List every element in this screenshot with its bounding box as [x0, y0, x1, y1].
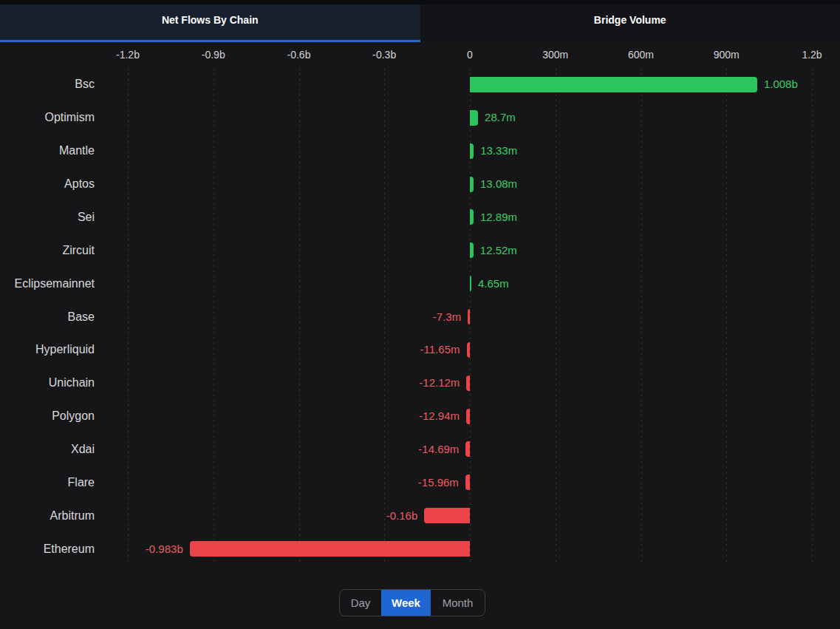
net-flows-bar-chart: -1.2b-0.9b-0.6b-0.3b0300m600m900m1.2bBsc…: [0, 0, 840, 629]
category-label: Xdai: [0, 441, 95, 458]
bar-optimism[interactable]: [470, 110, 478, 126]
bar-ethereum[interactable]: [190, 541, 470, 557]
bar-xdai[interactable]: [465, 441, 470, 457]
gridline: [641, 68, 642, 565]
bar-bsc[interactable]: [470, 77, 757, 92]
category-label: Ethereum: [0, 541, 95, 557]
toggle-day-button[interactable]: Day: [340, 590, 381, 616]
toggle-month-button[interactable]: Month: [431, 590, 485, 616]
bar-aptos[interactable]: [470, 177, 474, 192]
x-axis-tick-label: -0.9b: [180, 49, 247, 61]
bar-flare[interactable]: [465, 475, 470, 490]
value-label: 1.008b: [764, 76, 798, 92]
category-label: Polygon: [0, 408, 95, 424]
value-label: 12.89m: [480, 209, 517, 225]
bar-sei[interactable]: [470, 209, 474, 225]
net-flows-dashboard: Net Flows By Chain Bridge Volume -1.2b-0…: [0, 0, 840, 629]
category-label: Aptos: [0, 176, 95, 192]
category-label: Arbitrum: [0, 508, 95, 524]
category-label: Unichain: [0, 375, 95, 391]
gridline: [470, 68, 471, 565]
category-label: Flare: [0, 475, 95, 491]
category-label: Mantle: [0, 143, 95, 159]
toggle-week-button[interactable]: Week: [381, 590, 431, 616]
value-label: 13.33m: [480, 143, 517, 159]
x-axis-tick-label: 1.2b: [779, 49, 840, 61]
category-label: Hyperliquid: [0, 341, 95, 358]
category-label: Bsc: [0, 76, 95, 92]
value-label: -7.3m: [433, 309, 461, 325]
bar-eclipsemainnet[interactable]: [470, 276, 471, 291]
category-label: Zircuit: [0, 242, 95, 259]
value-label: -11.65m: [420, 341, 460, 358]
x-axis-tick-label: 0: [437, 49, 503, 61]
gridline: [214, 68, 214, 565]
value-label: 28.7m: [485, 109, 516, 126]
value-label: -14.69m: [418, 441, 459, 458]
x-axis-tick-label: -0.3b: [351, 49, 417, 61]
value-label: 13.08m: [480, 176, 517, 192]
gridline: [812, 68, 813, 565]
value-label: 4.65m: [478, 276, 509, 292]
time-range-toggle: Day Week Month: [339, 589, 485, 616]
bar-base[interactable]: [468, 309, 470, 324]
bar-zircuit[interactable]: [470, 242, 474, 258]
x-axis-tick-label: 900m: [693, 49, 759, 61]
gridline: [128, 68, 129, 565]
category-label: Sei: [0, 209, 95, 225]
gridline: [726, 68, 727, 565]
bar-arbitrum[interactable]: [424, 508, 470, 523]
value-label: -0.16b: [386, 508, 418, 524]
category-label: Base: [0, 309, 95, 325]
bar-hyperliquid[interactable]: [467, 342, 470, 358]
value-label: -15.96m: [418, 475, 459, 491]
value-label: -12.12m: [419, 375, 460, 391]
value-label: 12.52m: [480, 242, 517, 259]
x-axis-tick-label: 600m: [608, 49, 675, 61]
value-label: -0.983b: [146, 541, 183, 557]
bar-mantle[interactable]: [470, 143, 474, 159]
x-axis-tick-label: -1.2b: [95, 49, 161, 61]
gridline: [299, 68, 300, 565]
value-label: -12.94m: [419, 408, 460, 424]
bar-unichain[interactable]: [466, 375, 470, 391]
category-label: Optimism: [0, 109, 95, 126]
gridline: [556, 68, 556, 565]
bar-polygon[interactable]: [466, 409, 470, 424]
x-axis-tick-label: 300m: [522, 49, 589, 61]
x-axis-tick-label: -0.6b: [266, 49, 332, 61]
gridline: [384, 68, 385, 565]
category-label: Eclipsemainnet: [0, 276, 95, 292]
